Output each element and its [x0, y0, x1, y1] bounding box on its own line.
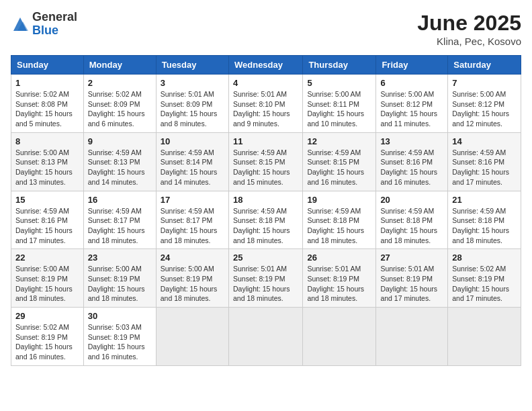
calendar-week-row: 29 Sunrise: 5:02 AMSunset: 8:19 PMDaylig…: [11, 308, 521, 366]
day-number: 26: [307, 253, 371, 263]
table-row: 5 Sunrise: 5:00 AMSunset: 8:11 PMDayligh…: [303, 75, 376, 133]
table-row: [303, 308, 376, 366]
col-thursday: Thursday: [303, 56, 376, 75]
day-info: Sunrise: 4:59 AMSunset: 8:15 PMDaylight:…: [233, 148, 298, 187]
table-row: 25 Sunrise: 5:01 AMSunset: 8:19 PMDaylig…: [228, 249, 302, 308]
table-row: 3 Sunrise: 5:01 AMSunset: 8:09 PMDayligh…: [156, 75, 228, 133]
table-row: 11 Sunrise: 4:59 AMSunset: 8:15 PMDaylig…: [228, 132, 302, 191]
day-info: Sunrise: 5:02 AMSunset: 8:09 PMDaylight:…: [88, 89, 152, 129]
table-row: 21 Sunrise: 4:59 AMSunset: 8:18 PMDaylig…: [448, 191, 521, 249]
table-row: 12 Sunrise: 4:59 AMSunset: 8:15 PMDaylig…: [303, 132, 376, 191]
table-row: [448, 308, 521, 366]
calendar-week-row: 8 Sunrise: 5:00 AMSunset: 8:13 PMDayligh…: [11, 132, 521, 191]
day-info: Sunrise: 4:59 AMSunset: 8:13 PMDaylight:…: [88, 148, 152, 187]
day-info: Sunrise: 4:59 AMSunset: 8:16 PMDaylight:…: [15, 206, 79, 246]
day-number: 20: [380, 195, 443, 205]
logo-general-label: General: [32, 11, 77, 24]
table-row: 14 Sunrise: 4:59 AMSunset: 8:16 PMDaylig…: [448, 132, 521, 191]
day-info: Sunrise: 5:00 AMSunset: 8:12 PMDaylight:…: [380, 89, 443, 129]
col-friday: Friday: [376, 56, 448, 75]
day-number: 4: [233, 78, 298, 88]
day-number: 2: [88, 78, 152, 88]
col-wednesday: Wednesday: [228, 56, 302, 75]
calendar-week-row: 15 Sunrise: 4:59 AMSunset: 8:16 PMDaylig…: [11, 191, 521, 249]
table-row: 10 Sunrise: 4:59 AMSunset: 8:14 PMDaylig…: [156, 132, 228, 191]
day-info: Sunrise: 5:00 AMSunset: 8:19 PMDaylight:…: [15, 264, 79, 304]
table-row: 1 Sunrise: 5:02 AMSunset: 8:08 PMDayligh…: [11, 75, 84, 133]
day-info: Sunrise: 4:59 AMSunset: 8:17 PMDaylight:…: [161, 206, 224, 246]
day-number: 29: [15, 311, 79, 321]
day-info: Sunrise: 5:00 AMSunset: 8:12 PMDaylight:…: [452, 89, 517, 129]
table-row: 27 Sunrise: 5:01 AMSunset: 8:19 PMDaylig…: [376, 249, 448, 308]
title-block: June 2025 Klina, Pec, Kosovo: [417, 11, 521, 47]
day-number: 24: [161, 253, 224, 263]
logo-text: General Blue: [32, 11, 77, 38]
day-info: Sunrise: 4:59 AMSunset: 8:18 PMDaylight:…: [233, 206, 298, 246]
day-number: 3: [161, 78, 224, 88]
day-info: Sunrise: 5:03 AMSunset: 8:19 PMDaylight:…: [88, 322, 152, 362]
day-info: Sunrise: 5:02 AMSunset: 8:08 PMDaylight:…: [15, 89, 79, 129]
day-number: 25: [233, 253, 298, 263]
day-info: Sunrise: 5:01 AMSunset: 8:19 PMDaylight:…: [233, 264, 298, 304]
table-row: 17 Sunrise: 4:59 AMSunset: 8:17 PMDaylig…: [156, 191, 228, 249]
day-number: 18: [233, 195, 298, 205]
day-number: 17: [161, 195, 224, 205]
day-number: 13: [380, 136, 443, 146]
table-row: 15 Sunrise: 4:59 AMSunset: 8:16 PMDaylig…: [11, 191, 84, 249]
day-info: Sunrise: 5:00 AMSunset: 8:11 PMDaylight:…: [307, 89, 371, 129]
col-tuesday: Tuesday: [156, 56, 228, 75]
day-info: Sunrise: 4:59 AMSunset: 8:18 PMDaylight:…: [380, 206, 443, 246]
table-row: 26 Sunrise: 5:01 AMSunset: 8:19 PMDaylig…: [303, 249, 376, 308]
day-number: 23: [88, 253, 152, 263]
table-row: 9 Sunrise: 4:59 AMSunset: 8:13 PMDayligh…: [83, 132, 156, 191]
day-info: Sunrise: 4:59 AMSunset: 8:14 PMDaylight:…: [161, 148, 224, 187]
table-row: 16 Sunrise: 4:59 AMSunset: 8:17 PMDaylig…: [83, 191, 156, 249]
day-number: 10: [161, 136, 224, 146]
day-number: 27: [380, 253, 443, 263]
day-number: 1: [15, 78, 79, 88]
table-row: 23 Sunrise: 5:00 AMSunset: 8:19 PMDaylig…: [83, 249, 156, 308]
day-info: Sunrise: 5:01 AMSunset: 8:10 PMDaylight:…: [233, 89, 298, 129]
day-info: Sunrise: 5:02 AMSunset: 8:19 PMDaylight:…: [15, 322, 79, 362]
table-row: 20 Sunrise: 4:59 AMSunset: 8:18 PMDaylig…: [376, 191, 448, 249]
calendar-week-row: 1 Sunrise: 5:02 AMSunset: 8:08 PMDayligh…: [11, 75, 521, 133]
table-row: 29 Sunrise: 5:02 AMSunset: 8:19 PMDaylig…: [11, 308, 84, 366]
day-number: 16: [88, 195, 152, 205]
day-info: Sunrise: 5:01 AMSunset: 8:09 PMDaylight:…: [161, 89, 224, 129]
table-row: 7 Sunrise: 5:00 AMSunset: 8:12 PMDayligh…: [448, 75, 521, 133]
calendar-week-row: 22 Sunrise: 5:00 AMSunset: 8:19 PMDaylig…: [11, 249, 521, 308]
day-number: 5: [307, 78, 371, 88]
day-number: 19: [307, 195, 371, 205]
day-number: 15: [15, 195, 79, 205]
day-info: Sunrise: 4:59 AMSunset: 8:15 PMDaylight:…: [307, 148, 371, 187]
col-saturday: Saturday: [448, 56, 521, 75]
day-number: 11: [233, 136, 298, 146]
calendar-header-row: Sunday Monday Tuesday Wednesday Thursday…: [11, 56, 521, 75]
col-sunday: Sunday: [11, 56, 84, 75]
logo-blue-label: Blue: [32, 24, 77, 38]
logo-icon: [11, 15, 30, 34]
table-row: 22 Sunrise: 5:00 AMSunset: 8:19 PMDaylig…: [11, 249, 84, 308]
col-monday: Monday: [83, 56, 156, 75]
table-row: 18 Sunrise: 4:59 AMSunset: 8:18 PMDaylig…: [228, 191, 302, 249]
day-info: Sunrise: 4:59 AMSunset: 8:16 PMDaylight:…: [452, 148, 517, 187]
table-row: 2 Sunrise: 5:02 AMSunset: 8:09 PMDayligh…: [83, 75, 156, 133]
day-number: 8: [15, 136, 79, 146]
table-row: [228, 308, 302, 366]
day-number: 21: [452, 195, 517, 205]
day-number: 14: [452, 136, 517, 146]
day-number: 7: [452, 78, 517, 88]
day-number: 9: [88, 136, 152, 146]
day-info: Sunrise: 4:59 AMSunset: 8:17 PMDaylight:…: [88, 206, 152, 246]
day-info: Sunrise: 4:59 AMSunset: 8:18 PMDaylight:…: [307, 206, 371, 246]
month-title: June 2025: [417, 11, 521, 36]
day-info: Sunrise: 5:00 AMSunset: 8:13 PMDaylight:…: [15, 148, 79, 187]
table-row: 13 Sunrise: 4:59 AMSunset: 8:16 PMDaylig…: [376, 132, 448, 191]
table-row: 24 Sunrise: 5:00 AMSunset: 8:19 PMDaylig…: [156, 249, 228, 308]
day-info: Sunrise: 5:01 AMSunset: 8:19 PMDaylight:…: [307, 264, 371, 304]
table-row: [156, 308, 228, 366]
day-number: 12: [307, 136, 371, 146]
day-info: Sunrise: 4:59 AMSunset: 8:18 PMDaylight:…: [452, 206, 517, 246]
day-info: Sunrise: 5:00 AMSunset: 8:19 PMDaylight:…: [88, 264, 152, 304]
day-number: 28: [452, 253, 517, 263]
